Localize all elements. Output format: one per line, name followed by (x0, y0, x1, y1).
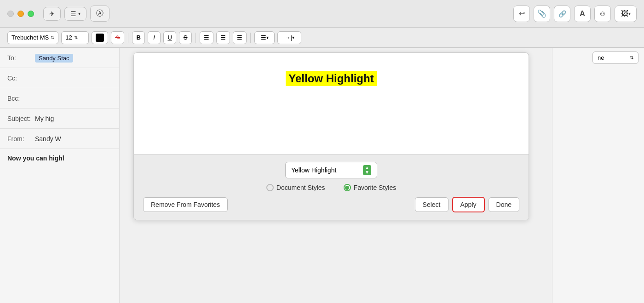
list-icon: ☰ (261, 34, 266, 41)
content-area: Yellow Highlight Yellow Highlight ▲ ▼ (120, 48, 552, 303)
highlight-eraser-button[interactable]: ✎ (111, 31, 124, 44)
right-panel: ne ⇅ (552, 48, 644, 303)
to-label: To: (7, 54, 35, 62)
underline-icon: U (167, 34, 172, 41)
list-format-button[interactable]: ☰ ▾ (254, 31, 275, 44)
titlebar-right-actions: ↩ 📎 🔗 A ☺ 🖼 ▾ (513, 6, 637, 22)
close-button[interactable] (7, 11, 14, 17)
font-button[interactable]: A (574, 6, 591, 22)
strikethrough-icon: S (184, 34, 188, 41)
style-dropdown[interactable]: Yellow Highlight ▲ ▼ (285, 162, 377, 178)
format-toolbar: Trebuchet MS ⇅ 12 ⇅ ✎ B I U S ☰ ☰ ☰ ☰ ▾ … (0, 28, 644, 48)
align-center-button[interactable]: ☰ (216, 31, 230, 44)
main-area: To: Sandy Stac Cc: Bcc: Subject: My hig … (0, 48, 644, 303)
separator-2 (196, 33, 196, 43)
favorite-styles-radio[interactable]: Favorite Styles (344, 184, 397, 191)
font-size-select[interactable]: 12 ⇅ (61, 31, 89, 44)
color-swatch-button[interactable] (92, 31, 108, 44)
chevron-down-icon: ▾ (628, 11, 631, 16)
done-button[interactable]: Done (489, 197, 519, 212)
align-right-icon: ☰ (237, 34, 242, 41)
indent-button[interactable]: →| ▾ (277, 31, 301, 44)
chevron-down-icon: ▾ (78, 11, 80, 16)
cc-label: Cc: (7, 74, 35, 82)
chevron-updown-icon: ⇅ (51, 35, 54, 40)
align-right-button[interactable]: ☰ (233, 31, 247, 44)
cc-field-row: Cc: (0, 68, 119, 88)
chevron-updown-icon: ⇅ (74, 35, 78, 40)
highlighted-text-preview: Yellow Highlight (286, 71, 376, 86)
document-styles-label: Document Styles (276, 184, 325, 191)
align-center-icon: ☰ (220, 34, 226, 41)
right-dropdown[interactable]: ne ⇅ (592, 51, 638, 64)
align-left-icon: ☰ (204, 34, 209, 41)
photo-icon: 🖼 (621, 10, 628, 18)
font-family-select[interactable]: Trebuchet MS ⇅ (7, 31, 58, 44)
indent-icon: →| (284, 34, 292, 41)
markup-button[interactable]: Ⓐ (90, 6, 109, 22)
subject-label: Subject: (7, 115, 35, 122)
traffic-lights (7, 11, 34, 17)
font-family-value: Trebuchet MS (12, 34, 49, 41)
select-button[interactable]: Select (415, 197, 448, 212)
italic-icon: I (153, 34, 155, 41)
strikethrough-button[interactable]: S (179, 31, 192, 44)
emoji-button[interactable]: ☺ (594, 6, 611, 22)
minimize-button[interactable] (17, 11, 24, 17)
bold-button[interactable]: B (132, 31, 145, 44)
underline-button[interactable]: U (163, 31, 176, 44)
separator-1 (128, 33, 128, 43)
chevron-updown-icon: ⇅ (630, 55, 633, 60)
font-icon: A (580, 10, 585, 18)
style-radio-row: Document Styles Favorite Styles (143, 184, 519, 191)
list-icon: ☰ (70, 10, 76, 17)
favorite-styles-label: Favorite Styles (354, 184, 397, 191)
text-color-swatch (96, 34, 104, 42)
emoji-icon: ☺ (599, 10, 606, 18)
align-left-button[interactable]: ☰ (200, 31, 213, 44)
bcc-field-row: Bcc: (0, 88, 119, 109)
email-body-preview[interactable]: Now you can highl (0, 149, 119, 167)
style-dropdown-row: Yellow Highlight ▲ ▼ (143, 162, 519, 178)
chevron-down-icon: ▾ (292, 35, 294, 40)
from-label: From: (7, 135, 35, 143)
favorite-styles-radio-indicator (344, 184, 351, 191)
send-icon: ✈ (49, 10, 55, 17)
bcc-label: Bcc: (7, 95, 35, 102)
to-recipient-chip[interactable]: Sandy Stac (35, 54, 73, 63)
subject-field[interactable]: My hig (35, 115, 112, 122)
remove-from-favorites-button[interactable]: Remove From Favorites (143, 197, 228, 212)
list-button[interactable]: ☰ ▾ (64, 7, 86, 21)
markup-icon: Ⓐ (96, 9, 104, 18)
bold-icon: B (136, 34, 140, 41)
style-panel: Yellow Highlight Yellow Highlight ▲ ▼ (133, 52, 529, 220)
link-button[interactable]: 🔗 (554, 6, 570, 22)
action-buttons-row: Remove From Favorites Select Apply Done (143, 197, 519, 212)
paperclip-icon: 📎 (537, 9, 546, 18)
reply-icon: ↩ (519, 9, 525, 18)
separator-3 (250, 33, 251, 43)
style-panel-footer: Yellow Highlight ▲ ▼ Document Styles (134, 154, 529, 220)
document-styles-radio[interactable]: Document Styles (266, 184, 325, 191)
chevron-updown-icon: ▲ ▼ (363, 165, 371, 175)
right-dropdown-value: ne (598, 54, 604, 61)
titlebar: ✈ ☰ ▾ Ⓐ ↩ 📎 🔗 A ☺ 🖼 ▾ (0, 0, 644, 28)
to-field: Sandy Stac (35, 54, 112, 62)
send-button[interactable]: ✈ (43, 7, 61, 21)
to-field-row: To: Sandy Stac (0, 48, 119, 68)
from-field: Sandy W (35, 135, 112, 143)
photo-button[interactable]: 🖼 ▾ (615, 6, 637, 22)
chevron-down-icon: ▾ (266, 35, 269, 40)
style-dropdown-value: Yellow Highlight (291, 166, 336, 174)
apply-button[interactable]: Apply (452, 197, 485, 212)
sidebar: To: Sandy Stac Cc: Bcc: Subject: My hig … (0, 48, 120, 303)
maximize-button[interactable] (28, 11, 34, 17)
subject-field-row: Subject: My hig (0, 109, 119, 129)
attach-button[interactable]: 📎 (534, 6, 550, 22)
eraser-icon: ✎ (115, 34, 120, 41)
reply-button[interactable]: ↩ (513, 6, 530, 22)
font-size-value: 12 (65, 34, 72, 41)
italic-button[interactable]: I (148, 31, 161, 44)
style-panel-preview: Yellow Highlight (134, 53, 529, 154)
link-icon: 🔗 (558, 10, 566, 17)
